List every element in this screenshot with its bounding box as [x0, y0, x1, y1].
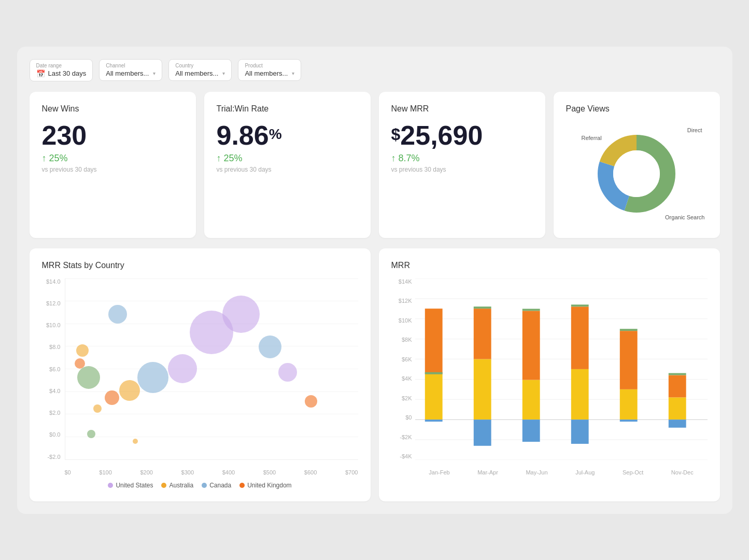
legend-uk: United Kingdom [239, 482, 291, 489]
new-wins-title: New Wins [42, 104, 183, 114]
trial-win-rate-value: 9.86% [217, 122, 358, 149]
legend-dot-ca [202, 483, 207, 488]
product-value: All members... [245, 69, 288, 77]
x-label-jul: Jul-Aug [575, 469, 595, 475]
new-wins-card: New Wins 230 ↑ 25% vs previous 30 days [30, 92, 196, 238]
x-label-nov: Nov-Dec [671, 469, 694, 475]
svg-point-3 [613, 150, 660, 197]
country-value: All members... [175, 69, 218, 77]
bar-may-jun-yellow [522, 380, 540, 419]
bubble-chart-title: MRR Stats by Country [42, 261, 358, 270]
bar-jan-feb-orange [425, 309, 442, 374]
trial-win-rate-card: Trial:Win Rate 9.86% ↑ 25% vs previous 3… [204, 92, 371, 238]
bar-mar-apr-orange [473, 309, 491, 359]
calendar-icon: 📅 [36, 69, 45, 78]
bubble-chart-card: MRR Stats by Country $14.0 $12.0 $10.0 $… [30, 248, 371, 501]
bubble-canada-3 [259, 335, 281, 358]
legend-us: United States [108, 482, 153, 489]
bar-may-jun-blue [522, 419, 540, 442]
legend-label-us: United States [116, 482, 153, 489]
x-label-sep: Sep-Oct [623, 469, 643, 475]
donut-svg [590, 127, 683, 220]
legend-ca: Canada [202, 482, 231, 489]
dashboard: Date range 📅 Last 30 days Channel All me… [17, 47, 732, 514]
channel-label: Channel [106, 63, 156, 68]
bar-chart-wrapper: $14K $12K $10K $8K $6K $4K $2K $0 -$2K -… [391, 278, 708, 475]
trial-win-rate-title: Trial:Win Rate [217, 104, 358, 114]
bar-may-jun-orange [522, 311, 540, 380]
filters-row: Date range 📅 Last 30 days Channel All me… [30, 59, 720, 81]
mrr-bar-chart-card: MRR $14K $12K $10K $8K $6K $4K $2K $0 -$… [379, 248, 720, 501]
new-mrr-sub: vs previous 30 days [391, 166, 533, 173]
x-label-mar: Mar-Apr [477, 469, 498, 475]
bubble-uk-2 [105, 390, 119, 405]
new-wins-value: 230 [42, 122, 183, 149]
top-cards: New Wins 230 ↑ 25% vs previous 30 days T… [30, 92, 720, 238]
bar-sep-oct-orange [619, 331, 637, 389]
chevron-down-icon-2: ▾ [222, 71, 225, 76]
x-label-jan: Jan-Feb [429, 469, 449, 475]
chevron-down-icon-3: ▾ [292, 71, 294, 76]
channel-value: All members... [106, 69, 149, 77]
bar-y-axis: $14K $12K $10K $8K $6K $4K $2K $0 -$2K -… [391, 278, 414, 460]
donut-chart: Direct Referral Organic Search [566, 122, 708, 226]
donut-label-organic: Organic Search [665, 214, 704, 220]
bar-may-jun-green [522, 309, 540, 311]
bar-chart-svg [415, 278, 708, 460]
legend-dot-us [108, 483, 113, 488]
bubble-australia-4 [133, 439, 138, 444]
page-views-card: Page Views Direct Referral Organic Searc… [554, 92, 720, 238]
new-mrr-value: $25,690 [391, 122, 533, 149]
bar-x-axis: Jan-Feb Mar-Apr May-Jun Jul-Aug Sep-Oct … [415, 463, 708, 475]
product-label: Product [245, 63, 294, 68]
x-label-may: May-Jun [526, 469, 547, 475]
new-wins-change: ↑ 25% [42, 153, 183, 164]
new-mrr-card: New MRR $25,690 ↑ 8.7% vs previous 30 da… [379, 92, 545, 238]
new-wins-sub: vs previous 30 days [42, 166, 183, 173]
bubble-green-2 [87, 430, 95, 438]
bar-jan-feb-green [425, 372, 442, 374]
bubble-x-axis: $0 $100 $200 $300 $400 $500 $600 $700 [65, 463, 358, 475]
new-mrr-title: New MRR [391, 104, 533, 114]
bubble-green-1 [77, 366, 100, 389]
bar-jul-aug-green [571, 304, 588, 306]
bar-nov-dec-green [668, 373, 686, 375]
bubble-australia-2 [93, 404, 102, 413]
bar-nov-dec-blue [668, 419, 686, 428]
channel-filter[interactable]: Channel All members... ▾ [99, 59, 162, 81]
bar-jan-feb-blue [425, 419, 442, 422]
bar-jul-aug-yellow [571, 369, 588, 419]
mrr-chart-title: MRR [391, 261, 708, 270]
bar-sep-oct-blue [619, 419, 637, 422]
bubble-us-3 [222, 296, 260, 333]
bar-sep-oct-green [619, 329, 637, 331]
bar-nov-dec-orange [668, 375, 686, 397]
bar-jul-aug-orange [571, 306, 588, 369]
chevron-down-icon: ▾ [153, 71, 156, 76]
trial-win-rate-sub: vs previous 30 days [217, 166, 358, 173]
bar-mar-apr-yellow [473, 359, 491, 419]
bubble-australia-1 [76, 344, 89, 357]
bar-jan-feb-yellow [425, 374, 442, 419]
country-label: Country [175, 63, 225, 68]
donut-label-direct: Direct [687, 127, 702, 133]
date-range-value: Last 30 days [48, 69, 87, 77]
country-filter[interactable]: Country All members... ▾ [168, 59, 232, 81]
date-range-filter[interactable]: Date range 📅 Last 30 days [30, 59, 93, 81]
legend-label-au: Australia [169, 482, 193, 489]
bar-mar-apr-green [473, 306, 491, 309]
bubble-canada-2 [137, 362, 168, 393]
legend-au: Australia [161, 482, 193, 489]
bubble-us-1 [168, 354, 197, 383]
legend-label-ca: Canada [209, 482, 231, 489]
bubble-australia-3 [119, 380, 140, 401]
bar-sep-oct-yellow [619, 389, 637, 419]
legend-label-uk: United Kingdom [247, 482, 291, 489]
date-range-label: Date range [36, 63, 87, 68]
bubble-plot-area [65, 278, 358, 460]
product-filter[interactable]: Product All members... ▾ [238, 59, 301, 81]
legend-dot-uk [239, 483, 245, 488]
new-mrr-change: ↑ 8.7% [391, 153, 533, 164]
bar-jul-aug-blue [571, 419, 588, 444]
bubble-chart-wrapper: $14.0 $12.0 $10.0 $8.0 $6.0 $4.0 $2.0 $0… [42, 278, 358, 475]
